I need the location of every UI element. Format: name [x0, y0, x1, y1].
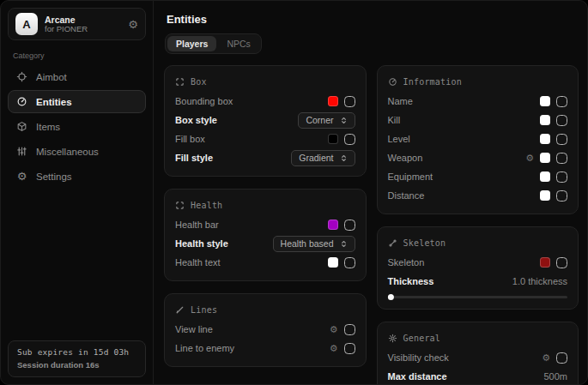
app-subtitle: for PIONER [45, 25, 121, 34]
view-line-checkbox[interactable] [344, 324, 355, 335]
line-to-enemy-gear-icon[interactable]: ⚙ [330, 344, 338, 353]
sidebar-item-settings[interactable]: ⚙ Settings [8, 165, 146, 188]
skeleton-row: Skeleton [388, 253, 568, 272]
scan-corners-icon [175, 201, 185, 210]
bounding-box-label: Bounding box [175, 96, 233, 106]
line-to-enemy-checkbox[interactable] [344, 343, 355, 354]
box-card: Box Bounding box Box style Corner [164, 65, 367, 177]
fill-box-checkbox[interactable] [344, 134, 355, 145]
app-name: Arcane [45, 15, 121, 25]
kill-row: Kill [388, 111, 568, 129]
bounding-box-row: Bounding box [175, 92, 355, 111]
weapon-gear-icon[interactable]: ⚙ [525, 153, 534, 163]
sidebar-item-miscellaneous[interactable]: Miscellaneous [8, 140, 146, 163]
thickness-value: 1.0 thickness [512, 276, 567, 286]
level-label: Level [388, 134, 410, 144]
fill-style-value: Gradient [299, 153, 333, 163]
fill-style-label: Fill style [175, 153, 213, 163]
kill-color-swatch[interactable] [540, 115, 550, 125]
level-row: Level [388, 129, 568, 148]
unfold-icon [340, 240, 348, 248]
line-to-enemy-label: Line to enemy [175, 343, 234, 353]
fill-style-dropdown[interactable]: Gradient [291, 150, 355, 166]
general-card-title: General [403, 334, 441, 343]
distance-checkbox[interactable] [556, 190, 567, 202]
sliders-icon [15, 146, 28, 157]
thickness-slider[interactable] [388, 293, 568, 300]
view-line-row: View line ⚙ [175, 320, 355, 339]
visibility-check-checkbox[interactable] [556, 352, 567, 364]
right-column: Information Name Kill [377, 65, 579, 384]
level-color-swatch[interactable] [540, 134, 550, 144]
equipment-checkbox[interactable] [556, 171, 567, 183]
crosshair-icon [15, 71, 28, 82]
skeleton-label: Skeleton [388, 257, 425, 268]
fill-box-label: Fill box [175, 134, 205, 144]
subscription-info-box: Sub expires in 15d 03h Session duration … [8, 340, 146, 377]
health-text-checkbox[interactable] [344, 257, 355, 268]
health-text-color-swatch[interactable] [328, 257, 338, 268]
tab-players[interactable]: Players [167, 36, 216, 51]
health-bar-row: Health bar [175, 215, 355, 234]
radar-icon [388, 77, 397, 87]
app-logo: A [15, 13, 38, 35]
slider-thumb[interactable] [387, 294, 393, 300]
scan-corners-icon [175, 77, 185, 87]
sidebar-item-entities[interactable]: Entities [8, 90, 146, 113]
kill-checkbox[interactable] [556, 115, 567, 126]
sidebar-nav: Aimbot Entities Items Miscellaneous [8, 65, 146, 188]
bounding-box-color-swatch[interactable] [328, 96, 338, 106]
equipment-row: Equipment [388, 167, 568, 186]
max-distance-value: 500m [543, 371, 567, 382]
visibility-check-gear-icon[interactable]: ⚙ [542, 353, 550, 363]
fill-style-row: Fill style Gradient [175, 148, 355, 167]
view-line-label: View line [175, 324, 213, 334]
skeleton-card: Skeleton Skeleton Thickness 1.0 thicknes… [377, 226, 579, 310]
health-text-label: Health text [175, 257, 221, 268]
box-style-value: Corner [306, 115, 333, 125]
general-card-header: General [388, 330, 568, 346]
name-checkbox[interactable] [556, 96, 567, 107]
sidebar-item-label: Aimbot [36, 72, 67, 82]
weapon-color-swatch[interactable] [540, 153, 550, 163]
distance-color-swatch[interactable] [540, 190, 550, 201]
name-row: Name [388, 92, 568, 111]
weapon-row: Weapon ⚙ [388, 148, 568, 167]
visibility-check-label: Visibility check [388, 352, 449, 363]
sidebar-gear-icon[interactable]: ⚙ [128, 19, 138, 30]
lines-card-title: Lines [191, 305, 217, 315]
name-label: Name [388, 96, 413, 106]
fill-box-color-swatch[interactable] [328, 134, 338, 144]
sidebar-item-label: Entities [36, 97, 72, 107]
box-style-row: Box style Corner [175, 111, 355, 129]
health-style-dropdown[interactable]: Health based [273, 236, 355, 252]
health-bar-checkbox[interactable] [344, 220, 355, 231]
line-to-enemy-row: Line to enemy ⚙ [175, 339, 355, 358]
box-style-dropdown[interactable]: Corner [298, 112, 355, 129]
health-card: Health Health bar Health style Health ba… [164, 189, 367, 281]
skeleton-color-swatch[interactable] [540, 257, 550, 268]
health-style-value: Health based [281, 238, 334, 249]
equipment-color-swatch[interactable] [540, 171, 550, 182]
tab-npcs[interactable]: NPCs [218, 36, 258, 51]
view-line-gear-icon[interactable]: ⚙ [330, 325, 338, 334]
unfold-icon [340, 117, 348, 124]
skeleton-card-header: Skeleton [388, 235, 568, 250]
bounding-box-checkbox[interactable] [344, 96, 355, 107]
kill-label: Kill [388, 115, 401, 125]
health-bar-label: Health bar [175, 220, 219, 230]
level-checkbox[interactable] [556, 134, 567, 145]
health-bar-color-swatch[interactable] [328, 220, 338, 230]
box-style-label: Box style [175, 115, 217, 125]
name-color-swatch[interactable] [540, 96, 550, 106]
slider-track [388, 296, 568, 298]
sidebar-item-items[interactable]: Items [8, 115, 146, 138]
health-card-header: Health [175, 197, 355, 213]
skeleton-checkbox[interactable] [556, 257, 567, 268]
sidebar-item-label: Items [36, 122, 60, 132]
sidebar-item-aimbot[interactable]: Aimbot [8, 65, 146, 88]
page-title: Entities [167, 13, 579, 26]
thickness-label: Thickness [388, 276, 434, 286]
weapon-checkbox[interactable] [556, 153, 567, 164]
sidebar: A Arcane for PIONER ⚙ Category Aimbot En… [1, 1, 154, 384]
